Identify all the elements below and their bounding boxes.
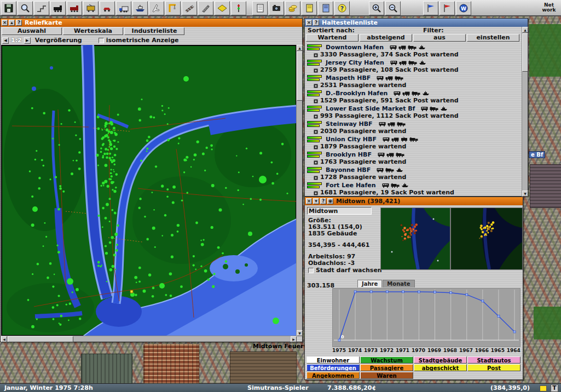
scroll-thumb[interactable]: [297, 51, 303, 101]
station-list-item[interactable]: D.-Brooklyn Hafen1529 Passagiere, 591 Sa…: [305, 89, 522, 104]
help-icon[interactable]: ?: [320, 198, 326, 204]
scroll-thumb[interactable]: [8, 336, 73, 342]
city-name-input[interactable]: [307, 207, 372, 215]
filter-toggle-button[interactable]: aus: [413, 34, 466, 42]
relief-window-titlebar[interactable]: × ▴ ? Reliefkarte: [1, 19, 302, 27]
finances-tool-button[interactable]: [285, 1, 300, 15]
schedules-tool-button[interactable]: [252, 1, 268, 15]
zoom-in-tool-button[interactable]: [369, 1, 384, 15]
station-list-item[interactable]: Maspeth HBF2531 Passagiere wartend: [305, 73, 522, 89]
station-list-item[interactable]: Bayonne HBF1728 Passagiere wartend: [305, 165, 522, 181]
scroll-down-icon[interactable]: ▼: [522, 191, 528, 197]
crane-icon: [167, 3, 178, 14]
truck-icon: [388, 122, 395, 126]
halt-window-titlebar[interactable]: × ? Haltestellenliste: [305, 19, 528, 27]
chart-series-button-bef-rderungen[interactable]: Beförderungen: [306, 364, 360, 371]
station-list-item[interactable]: Downtown Hafen3330 Passagiere, 374 Sack …: [305, 43, 522, 58]
airplane-tool-button[interactable]: [149, 1, 164, 15]
map-horizontal-scrollbar[interactable]: ◀ ▶: [1, 336, 297, 342]
station-icon: [314, 49, 318, 60]
sort-order-button[interactable]: absteigend: [360, 34, 412, 42]
scale-button[interactable]: Werteskala: [63, 27, 123, 35]
close-icon[interactable]: ×: [306, 198, 312, 204]
train-icon: [397, 122, 406, 126]
station-list-item[interactable]: Union City HBF1879 Passagiere wartend: [305, 135, 522, 150]
chart-series-button-stadtgeb-ude[interactable]: Stadtgebäude: [414, 356, 467, 364]
help-icon[interactable]: ?: [16, 20, 22, 26]
line-management-tool-button[interactable]: [318, 1, 333, 15]
zoom-scale-label: 1:2: [11, 37, 22, 44]
network-label[interactable]: Net work: [539, 3, 559, 13]
close-icon[interactable]: ×: [2, 20, 8, 26]
halt-list-scrollbar[interactable]: ▲ ▼: [522, 27, 528, 197]
flag-blue-tool-button[interactable]: [423, 1, 438, 15]
terraform-tool-button[interactable]: [34, 1, 49, 15]
filter-label: Filter:: [423, 27, 444, 34]
marker-tile-tool-button[interactable]: [215, 1, 230, 15]
scroll-down-icon[interactable]: ▼: [297, 330, 303, 336]
relief-map[interactable]: [1, 45, 297, 336]
scroll-up-icon[interactable]: ▲: [522, 27, 528, 33]
chart-series-button-einwohner[interactable]: Einwohner: [306, 356, 360, 364]
close-icon[interactable]: ×: [306, 20, 312, 26]
city-minimap-density[interactable]: [450, 207, 523, 270]
options-tool-button[interactable]: [1, 1, 16, 15]
chart-series-button-passagiere[interactable]: Passagiere: [360, 364, 413, 371]
construction-crane-tool-button[interactable]: [165, 1, 181, 15]
world-building: [143, 344, 199, 384]
signal-tool-button[interactable]: [231, 1, 246, 15]
messages-tool-button[interactable]: [302, 1, 317, 15]
city-window-titlebar[interactable]: × ▾ ? ◉ Midtown (398,421): [305, 197, 523, 205]
zoom-out-arrow-icon[interactable]: ◀: [2, 37, 9, 44]
scroll-left-icon[interactable]: ◀: [1, 336, 7, 342]
camera-tool-button[interactable]: [269, 1, 284, 15]
shade-icon[interactable]: ▴: [9, 20, 15, 26]
chart-series-button-angekommen[interactable]: Angekommen: [306, 372, 360, 379]
station-list-item[interactable]: Jersey City Hafen2759 Passagiere, 108 Sa…: [305, 58, 522, 73]
chart-series-button-wachstum[interactable]: Wachstum: [360, 356, 413, 364]
chart-series-button-post[interactable]: Post: [467, 364, 520, 371]
goto-icon[interactable]: ◉: [327, 198, 333, 204]
railroad-tool-button[interactable]: [50, 1, 66, 15]
tram-tool-button[interactable]: [83, 1, 99, 15]
map-vertical-scrollbar[interactable]: ▲ ▼: [296, 45, 302, 336]
zoom-in-arrow-icon[interactable]: ▶: [24, 37, 31, 44]
chart-series-button-abgeschickt[interactable]: abgeschickt: [414, 364, 467, 371]
ship-tool-button[interactable]: [132, 1, 148, 15]
scroll-up-icon[interactable]: ▲: [297, 45, 303, 51]
station-list-item[interactable]: Lower East Side Market Bf993 Passagiere,…: [305, 104, 522, 119]
monorail-tool-button[interactable]: [67, 1, 82, 15]
station-list-item[interactable]: Fort Lee Hafen1681 Passagiere, 19 Sack P…: [305, 181, 522, 196]
world-view-tool-button[interactable]: W: [456, 1, 471, 15]
isometric-checkbox[interactable]: [99, 38, 104, 43]
flag-red-tool-button[interactable]: [439, 1, 455, 15]
allow-growth-checkbox[interactable]: [308, 268, 314, 273]
road-tool-button[interactable]: [198, 1, 213, 15]
truck-tool-button[interactable]: [116, 1, 131, 15]
chart-series-button-waren[interactable]: Waren: [360, 372, 413, 379]
city-stats: Größe:163.511 (154,0)1835 Gebäude354,395…: [308, 217, 369, 267]
timeline-indicator: T: [551, 384, 558, 392]
station-list-item[interactable]: Steinway HBF2030 Passagiere wartend: [305, 119, 522, 135]
scroll-thumb[interactable]: [522, 33, 528, 72]
rail-track-tool-button[interactable]: [182, 1, 197, 15]
station-list-item[interactable]: Brooklyn HBF1763 Passagiere wartend: [305, 150, 522, 165]
tab-months[interactable]: Monate: [383, 280, 414, 287]
zoom-caption: Vergrößerung: [35, 37, 82, 44]
help-icon[interactable]: ?: [313, 20, 319, 26]
selection-button[interactable]: Auswahl: [2, 27, 62, 35]
zoom-out-tool-button[interactable]: [385, 1, 401, 15]
help-tool-button[interactable]: ?: [334, 1, 350, 15]
minimize-icon[interactable]: ▾: [313, 198, 319, 204]
scroll-right-icon[interactable]: ▶: [291, 336, 297, 342]
tab-years[interactable]: Jahre: [357, 280, 382, 287]
tram-icon: [85, 3, 96, 14]
query-tool-button[interactable]: [18, 1, 33, 15]
sort-criteria-button[interactable]: Wartend: [306, 34, 358, 42]
industry-list-button[interactable]: Industrieliste: [124, 27, 184, 35]
filter-settings-button[interactable]: einstellen: [467, 34, 519, 42]
citycar-tool-button[interactable]: [100, 1, 115, 15]
station-name: D.-Brooklyn Hafen: [326, 90, 388, 97]
city-minimap-structure[interactable]: [380, 207, 450, 270]
chart-series-button-stadtautos[interactable]: Stadtautos: [467, 356, 520, 364]
